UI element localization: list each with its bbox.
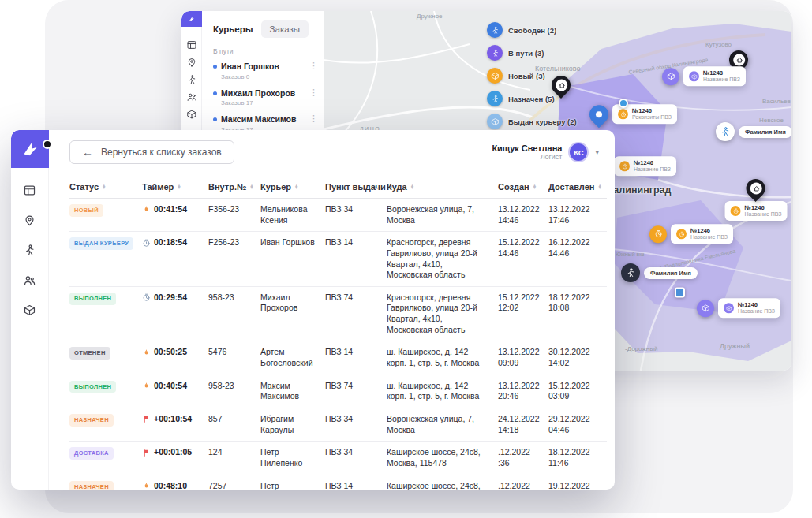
kebab-menu-icon[interactable]: ⋮ <box>309 114 317 123</box>
sort-icon[interactable]: ▲▼ <box>597 184 601 190</box>
orders-header: ← Вернуться к списку заказов Кищук Светл… <box>49 130 615 174</box>
courier-name-pill: Фамилия Имя <box>739 126 791 138</box>
order-row[interactable]: ДОСТАВКА +00:01:05 124 Петр Пилепенко ПВ… <box>69 442 607 475</box>
internal-no: 124 <box>208 447 257 458</box>
created-at: .12.2022 :36 <box>498 447 545 468</box>
courier-list-item[interactable]: Иван Горшков Заказов 0 ⋮ <box>213 58 317 84</box>
timer-cell: 00:48:10 <box>142 481 205 490</box>
column-label: Пункт выдачи <box>325 182 386 192</box>
column-header-created[interactable]: Создан ▲▼ <box>498 174 545 198</box>
internal-no: 857 <box>208 414 257 425</box>
legend-item[interactable]: Назначен (5) <box>487 91 577 106</box>
order-row[interactable]: ВЫДАН КУРЬЕРУ 00:18:54 F256-23 Иван Горш… <box>69 232 607 287</box>
kebab-menu-icon[interactable]: ⋮ <box>309 61 317 70</box>
courier-pin-icon <box>716 122 735 141</box>
order-row[interactable]: ВЫПОЛНЕН 00:40:54 958-23 Максим Максимов… <box>69 375 607 408</box>
clients-icon[interactable] <box>186 91 197 102</box>
order-row[interactable]: НАЗНАЧЕН +00:10:54 857 Ибрагим Караулы П… <box>69 408 607 442</box>
order-row[interactable]: ОТМЕНЕН 00:50:25 5476 Артем Богословский… <box>69 341 607 375</box>
courier-info: Михаил Прохоров Заказов 17 <box>221 88 309 107</box>
app-logo[interactable] <box>11 130 49 168</box>
app-logo-small[interactable] <box>181 11 202 27</box>
map-marker-blue-pin[interactable]: №1246 Реквизиты ПВЗ <box>589 104 677 124</box>
pvz-card[interactable]: №1246 Название ПВЗ <box>725 201 788 221</box>
orders-list-icon[interactable] <box>186 39 197 50</box>
pvz-name: Название ПВЗ <box>703 76 740 83</box>
orders-table: Статус ▲▼ Таймер ▲▼ Внутр.№ ▲▼ Курьер ▲▼… <box>49 174 615 490</box>
timer-cell: 00:40:54 <box>142 381 205 392</box>
pvz-id: №1246 <box>632 107 672 114</box>
sort-icon[interactable]: ▲▼ <box>249 184 253 190</box>
sort-icon[interactable]: ▲▼ <box>102 184 106 190</box>
created-at: 15.12.2022 12:02 <box>498 293 545 314</box>
map-place-label: -Дорожный <box>625 345 657 352</box>
column-header-timer[interactable]: Таймер ▲▼ <box>142 174 205 198</box>
pvz-card[interactable]: №1246 Название ПВЗ <box>671 224 733 244</box>
status-badge: ВЫПОЛНЕН <box>69 293 116 305</box>
map-marker-pvz-purple[interactable]: №1246 Название ПВЗ <box>697 298 780 318</box>
kebab-menu-icon[interactable]: ⋮ <box>309 88 317 97</box>
map-pin-icon[interactable] <box>186 57 197 68</box>
map-marker-pvz-purple[interactable]: №1248 Название ПВЗ <box>662 66 746 86</box>
status-badge: ВЫДАН КУРЬЕРУ <box>69 237 133 250</box>
pvz-card[interactable]: №1246 Название ПВЗ <box>614 156 676 176</box>
pvz-card[interactable]: №1248 Название ПВЗ <box>683 66 746 86</box>
order-row[interactable]: ВЫПОЛНЕН 00:29:54 958-23 Михаил Прохоров… <box>69 287 607 342</box>
section-label-in-transit: В пути <box>213 47 317 55</box>
courier-pin-icon <box>621 263 640 282</box>
orders-list-icon[interactable] <box>23 184 36 197</box>
courier-icon[interactable] <box>186 74 197 85</box>
pvz-name: Название ПВЗ <box>738 308 775 315</box>
map-place-label: Южный вкз <box>616 252 645 257</box>
legend-item[interactable]: Выдан курьеру (2) <box>487 114 577 129</box>
column-header-pickup[interactable]: Пункт выдачи ▲▼ <box>325 174 384 198</box>
courier-icon[interactable] <box>23 244 36 257</box>
user-menu[interactable]: Кищук Светлана Логист КС ▾ <box>492 142 599 162</box>
map-marker-blue-square[interactable] <box>675 288 685 298</box>
status-badge: НАЗНАЧЕН <box>69 481 114 490</box>
courier-name: Михаил Прохоров <box>221 88 309 99</box>
courier-name: Артем Богословский <box>260 347 322 368</box>
packages-icon[interactable] <box>186 109 197 120</box>
legend-item[interactable]: Свободен (2) <box>487 22 577 38</box>
tab-orders[interactable]: Заказы <box>261 20 309 38</box>
status-badge: НАЗНАЧЕН <box>69 414 114 427</box>
sort-icon[interactable]: ▲▼ <box>410 184 414 190</box>
legend-item[interactable]: В пути (3) <box>487 45 577 61</box>
column-header-delivered[interactable]: Доставлен ▲▼ <box>548 174 607 198</box>
courier-name: Михаил Прохоров <box>260 293 322 314</box>
map-marker-courier-walk[interactable]: Фамилия Имя <box>716 122 791 141</box>
order-row[interactable]: НАЗНАЧЕН 00:48:10 7257 Петр Пилепенко ПВ… <box>69 475 607 490</box>
pvz-card[interactable]: №1246 Название ПВЗ <box>718 298 780 318</box>
column-header-destination[interactable]: Куда ▲▼ <box>387 174 495 198</box>
column-header-status[interactable]: Статус ▲▼ <box>69 174 139 198</box>
pvz-id: №1246 <box>738 301 775 308</box>
map-marker-card-only[interactable]: №1246 Название ПВЗ <box>614 156 676 176</box>
legend-label: Выдан курьеру (2) <box>508 117 577 126</box>
table-body: НОВЫЙ 00:41:54 F356-23 Мельникова Ксения… <box>69 199 607 490</box>
sort-icon[interactable]: ▲▼ <box>294 184 298 190</box>
back-to-orders-button[interactable]: ← Вернуться к списку заказов <box>69 140 234 164</box>
pvz-card-icon <box>724 303 734 313</box>
map-pin-icon[interactable] <box>23 214 36 227</box>
courier-list-item[interactable]: Михаил Прохоров Заказов 17 ⋮ <box>213 84 317 111</box>
map-marker-courier-dark[interactable]: Фамилия Имя <box>621 263 698 282</box>
order-row[interactable]: НОВЫЙ 00:41:54 F356-23 Мельникова Ксения… <box>69 199 607 232</box>
legend-item[interactable]: Новый (3) <box>487 68 577 84</box>
pvz-id: №1246 <box>634 159 671 166</box>
map-marker-blue-dot[interactable] <box>619 99 628 108</box>
sort-icon[interactable]: ▲▼ <box>533 184 537 190</box>
pvz-name: Название ПВЗ <box>745 211 782 218</box>
sort-icon[interactable]: ▲▼ <box>177 184 181 190</box>
map-marker-black-house[interactable]: №1246 Название ПВЗ <box>725 179 788 221</box>
map-marker-orange-pin[interactable]: №1246 Название ПВЗ <box>649 224 733 244</box>
column-header-internal[interactable]: Внутр.№ ▲▼ <box>208 174 257 198</box>
clients-icon[interactable] <box>23 274 36 287</box>
tab-couriers[interactable]: Курьеры <box>213 24 253 34</box>
column-header-courier[interactable]: Курьер ▲▼ <box>260 174 322 198</box>
packages-icon[interactable] <box>23 304 36 317</box>
created-at: 13.12.2022 09:09 <box>498 347 545 368</box>
created-at: .12.2022 :11 <box>498 481 545 490</box>
status-badge: ДОСТАВКА <box>69 447 114 460</box>
pvz-id: №1246 <box>690 227 728 234</box>
